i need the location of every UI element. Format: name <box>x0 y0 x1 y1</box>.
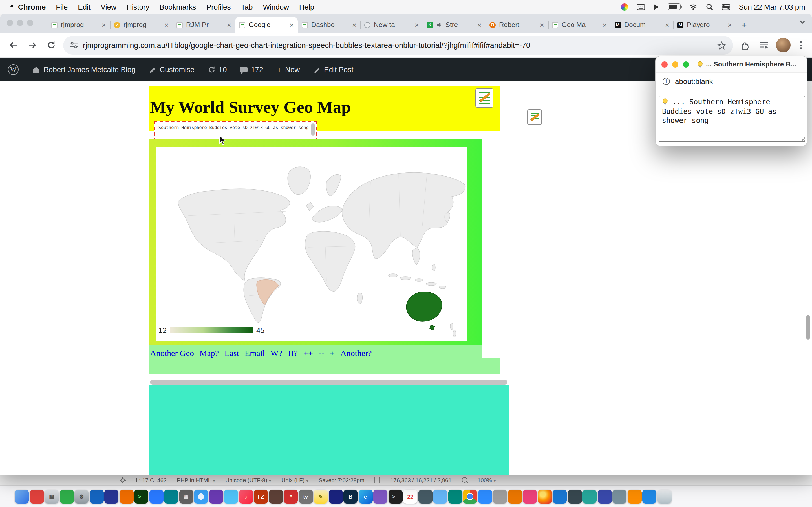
menubar-item[interactable]: Tab <box>241 3 253 11</box>
page-link[interactable]: Email <box>245 349 265 358</box>
page-link[interactable]: Another? <box>340 349 372 358</box>
site-settings-tune-icon[interactable] <box>70 42 78 48</box>
tab-close-button[interactable]: × <box>477 21 481 29</box>
zoom-level-menu[interactable]: 100% <box>477 477 496 483</box>
dock-app-indigo-icon[interactable] <box>328 489 343 503</box>
menubar-item[interactable]: Window <box>263 3 289 11</box>
dock-app-navy-icon[interactable] <box>104 489 118 503</box>
battery-icon[interactable] <box>668 3 680 10</box>
dock-app-purple-icon[interactable] <box>209 489 223 503</box>
wifi-icon[interactable] <box>689 4 698 10</box>
textarea-scrollbar-thumb[interactable] <box>311 123 315 136</box>
dock-app-steel-icon[interactable] <box>612 489 626 503</box>
dock-app-violet-icon[interactable] <box>373 489 388 503</box>
dock-app-pink-icon[interactable] <box>523 489 537 503</box>
dock-app-charcoal-icon[interactable] <box>418 489 432 503</box>
page-link[interactable]: Another Geo <box>150 349 194 358</box>
line-ending-menu[interactable]: Unix (LF) <box>282 477 308 483</box>
language-menu[interactable]: PHP in HTML <box>177 477 215 483</box>
menubar-item[interactable]: File <box>56 3 68 11</box>
tab-geo-map[interactable]: Geo Ma × <box>548 17 611 33</box>
minimize-window-button[interactable] <box>17 20 23 26</box>
zoom-window-button[interactable] <box>27 20 33 26</box>
close-window-button[interactable] <box>7 20 13 26</box>
tab-close-button[interactable]: × <box>415 21 419 29</box>
menubar-app-name[interactable]: Chrome <box>18 3 46 11</box>
control-center-icon[interactable] <box>722 4 730 10</box>
dock-app-green-icon[interactable] <box>59 489 73 503</box>
dock-app-tv-icon[interactable]: tv <box>299 489 313 503</box>
tab-close-button[interactable]: × <box>102 21 106 29</box>
dock-app-orange-icon[interactable] <box>119 489 133 503</box>
dock-zoom-icon[interactable] <box>478 489 492 503</box>
new-tab-button[interactable]: + <box>742 20 747 31</box>
dock-app-teal-icon[interactable] <box>164 489 178 503</box>
dock-app-silver-icon[interactable] <box>493 489 507 503</box>
dock-calendar-icon[interactable]: 22 <box>403 489 417 503</box>
encoding-menu[interactable]: Unicode (UTF-8) <box>225 477 271 483</box>
reload-button[interactable] <box>44 38 59 52</box>
tab-audio-icon[interactable] <box>437 22 442 27</box>
page-link[interactable]: -- <box>319 349 324 358</box>
tab-document[interactable]: M Docum × <box>611 17 673 33</box>
wp-new-button[interactable]: + New <box>277 64 300 74</box>
geo-map[interactable]: 12 45 <box>156 147 467 341</box>
page-link[interactable]: W? <box>270 349 282 358</box>
popup-minimize-button[interactable] <box>672 61 678 67</box>
dock-app-amber-icon[interactable] <box>627 489 642 503</box>
popup-close-button[interactable] <box>661 61 668 67</box>
dock-app-gray-icon[interactable]: ▦ <box>179 489 193 503</box>
tab-playground[interactable]: M Playgro × <box>673 17 736 33</box>
dock-terminal-icon[interactable]: >_ <box>134 489 148 503</box>
menubar-item[interactable]: Help <box>299 3 314 11</box>
dock-launchpad-icon[interactable]: ▦ <box>45 489 59 503</box>
wp-customise-button[interactable]: Customise <box>149 65 195 73</box>
dock-app-pine-icon[interactable] <box>448 489 462 503</box>
popup-zoom-button[interactable] <box>683 61 689 67</box>
popup-textarea[interactable]: ... Southern Hemisphere Buddies vote sD-… <box>659 96 805 142</box>
tab-close-button[interactable]: × <box>540 21 544 29</box>
tab-rjmprogramming-1[interactable]: rjmprog × <box>47 17 110 33</box>
horizontal-scrollbar[interactable] <box>150 380 507 385</box>
menubar-colorwheel-icon[interactable] <box>621 3 628 10</box>
wp-site-menu[interactable]: Robert James Metcalfe Blog <box>32 65 136 73</box>
dock-app-red-icon[interactable] <box>30 489 44 503</box>
dock-app-denim-icon[interactable] <box>642 489 656 503</box>
dock-firefox-icon[interactable] <box>538 489 552 503</box>
zoom-magnifier-icon[interactable] <box>462 477 467 483</box>
wp-edit-post-button[interactable]: Edit Post <box>313 65 353 73</box>
tab-robert[interactable]: O Robert × <box>486 17 548 33</box>
wordpress-logo-icon[interactable]: W <box>8 64 18 75</box>
tab-close-button[interactable]: × <box>665 21 669 29</box>
chrome-menu-kebab-icon[interactable] <box>795 41 806 49</box>
dock-chrome-icon[interactable] <box>463 489 477 503</box>
menubar-item[interactable]: History <box>126 3 149 11</box>
page-link[interactable]: + <box>330 349 335 358</box>
address-bar[interactable]: rjmprogramming.com.au/ITblog/google-char… <box>63 36 733 54</box>
menubar-item[interactable]: Profiles <box>206 3 231 11</box>
textarea-resize-handle[interactable] <box>799 136 805 142</box>
media-controls-icon[interactable] <box>757 38 771 52</box>
extensions-puzzle-icon[interactable] <box>738 38 752 52</box>
url-text[interactable]: rjmprogramming.com.au/ITblog/google-char… <box>83 41 712 49</box>
tab-close-button[interactable]: × <box>603 21 607 29</box>
dock-bbedit-icon[interactable]: B <box>343 489 357 503</box>
page-link[interactable]: ++ <box>303 349 313 358</box>
menubar-keyboard-icon[interactable] <box>637 4 645 10</box>
edit-notepad-icon[interactable] <box>527 109 542 125</box>
tab-close-button[interactable]: × <box>227 21 231 29</box>
dock-terminal-dark-icon[interactable]: >_ <box>388 489 402 503</box>
tab-close-button[interactable]: × <box>164 21 168 29</box>
tab-close-button[interactable]: × <box>728 21 732 29</box>
tab-dashboard[interactable]: Dashbo × <box>298 17 360 33</box>
page-link[interactable]: Last <box>224 349 239 358</box>
tab-close-button[interactable]: × <box>290 21 294 29</box>
tab-close-button[interactable]: × <box>352 21 356 29</box>
back-button[interactable] <box>6 38 20 52</box>
dock-app-blue-icon[interactable] <box>89 489 103 503</box>
tab-streaming-audio[interactable]: K Stre × <box>423 17 486 33</box>
tab-rjm-programming[interactable]: RJM Pr × <box>172 17 235 33</box>
dock-app-brown-icon[interactable] <box>269 489 283 503</box>
dock-app-sky-icon[interactable] <box>224 489 238 503</box>
menubar-item[interactable]: Bookmarks <box>160 3 196 11</box>
